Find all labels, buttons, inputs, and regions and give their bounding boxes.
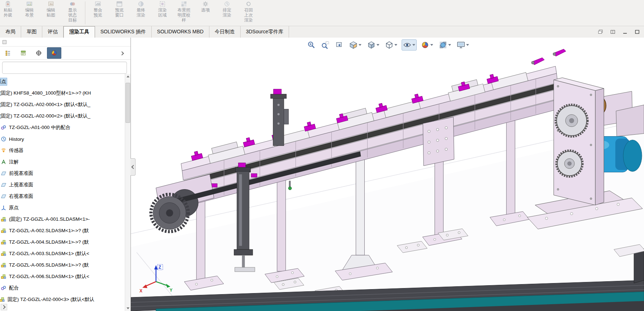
panel-grip-icon — [3, 40, 6, 44]
panel-tab-feature-manager[interactable] — [1, 47, 15, 59]
ribbon-button-label: 粘贴外观 — [4, 8, 12, 18]
assembly-icon — [1, 274, 6, 279]
ribbon-button-render-region[interactable]: 渲染区域 — [152, 0, 173, 26]
float-document-button[interactable] — [597, 28, 605, 35]
dropdown-arrow-icon[interactable] — [466, 44, 469, 46]
maximize-button[interactable] — [633, 28, 641, 35]
tab-evaluate[interactable]: 评估 — [42, 26, 63, 38]
tab-sketch[interactable]: 草图 — [21, 26, 42, 38]
tree-item[interactable]: (固定) KHFS8_4080_1000型材<1>->? (KH — [0, 87, 131, 99]
scroll-thumb[interactable] — [126, 83, 130, 123]
panel-splitter[interactable] — [131, 158, 136, 176]
tree-item[interactable]: (固定) TZ-GGZL-A02-000<1> (默认<默认_ — [0, 99, 131, 110]
dropdown-arrow-icon[interactable] — [394, 44, 397, 46]
ribbon-button-final-render[interactable]: 最终渲染 — [130, 0, 152, 26]
hide-show-items-icon — [403, 41, 411, 49]
panel-tab-configuration-manager[interactable] — [32, 47, 46, 59]
tree-item[interactable]: TZ-GGZL-A-003.SLDASM<1> (默认< — [0, 248, 131, 259]
tab-solidworks-addins[interactable]: SOLIDWORKS 插件 — [95, 26, 152, 38]
tab-today-manufacturing[interactable]: 今日制造 — [209, 26, 241, 38]
mates-icon — [1, 125, 6, 130]
feature-tree: 原点(固定) KHFS8_4080_1000型材<1>->? (KH(固定) T… — [0, 75, 131, 305]
tree-item[interactable]: (固定) TZ-GGZL-A-001.SLDASM<1>- — [0, 214, 131, 225]
ribbon-button-edit-scene[interactable]: 编辑布景 — [19, 0, 40, 26]
view-tool-apply-scene[interactable] — [437, 39, 453, 51]
tab-3dsource-parts[interactable]: 3DSource零件库 — [241, 26, 289, 38]
sensor-tip[interactable] — [288, 181, 292, 190]
tree-item[interactable]: 注解 — [0, 156, 131, 168]
tree-item[interactable]: (固定) TZ-GGZL-A02-000<2> (默认<默认_ — [0, 110, 131, 122]
tab-render-tools[interactable]: 渲染工具 — [63, 26, 95, 38]
ribbon-button-integrated-preview[interactable]: 整合预览 — [87, 0, 109, 26]
display-manager-icon — [51, 50, 57, 56]
ribbon-button-schedule-render[interactable]: 排定渲染 — [216, 0, 238, 26]
mounting-plate[interactable] — [423, 117, 454, 166]
view-tool-edit-appearance[interactable] — [420, 39, 435, 51]
dropdown-arrow-icon[interactable] — [430, 44, 433, 46]
ribbon-button-options[interactable]: 选项 — [195, 0, 216, 26]
ribbon-button-preview-window[interactable]: 预览窗口 — [109, 0, 130, 26]
view-tool-hide-show-items[interactable] — [402, 39, 417, 51]
history-icon — [1, 136, 6, 142]
orientation-triad: Z X Y — [139, 264, 173, 295]
ribbon-button-recall-last-render[interactable]: 召回上次渲染 — [238, 0, 259, 26]
panel-tab-property-manager[interactable] — [16, 47, 30, 59]
tree-hscroll-right-button[interactable] — [1, 304, 7, 310]
dropdown-arrow-icon[interactable] — [412, 44, 415, 46]
tree-filter-input[interactable] — [2, 62, 127, 74]
tree-item[interactable]: History — [0, 133, 131, 145]
tab-layout[interactable]: 布局 — [0, 26, 21, 38]
tree-item[interactable]: TZ-GGZL-A-002.SLDASM<1>->? (默 — [0, 225, 131, 236]
panel-expand-chevron[interactable] — [120, 48, 125, 58]
ribbon-button-display-state-target[interactable]: 显示状态目标 — [62, 0, 83, 26]
tree-item[interactable]: 固定) TZ-GGZL-A02-000<3> (默认<默认 — [0, 294, 131, 305]
mates-icon — [1, 285, 6, 291]
tree-item[interactable]: 传感器 — [0, 145, 131, 156]
tree-item-label: TZ-GGZL-A-004.SLDASM<1>->? (默 — [8, 239, 89, 246]
tree-item[interactable]: TZ-GGZL-A-005.SLDASM<1>->? (默 — [0, 259, 131, 271]
tree-item[interactable]: 原点 — [0, 202, 131, 214]
scroll-down-arrow-icon[interactable] — [125, 306, 131, 311]
window-controls — [597, 26, 644, 38]
options-icon — [202, 1, 209, 7]
ribbon-button-edit-decal[interactable]: 编辑贴图 — [40, 0, 62, 26]
panel-tab-display-manager[interactable] — [47, 47, 61, 59]
ribbon-button-paste-appearance[interactable]: 粘贴外观 — [0, 0, 19, 26]
restore-document-button[interactable] — [609, 28, 617, 35]
tab-solidworks-mbd[interactable]: SOLIDWORKS MBD — [152, 26, 209, 38]
vertical-actuator[interactable] — [234, 163, 255, 272]
tree-item[interactable]: 右视基准面 — [0, 191, 131, 202]
dropdown-arrow-icon[interactable] — [377, 44, 379, 46]
view-tool-section-view[interactable] — [348, 39, 363, 51]
view-tool-view-orientation[interactable] — [366, 39, 381, 51]
scroll-up-arrow-icon[interactable] — [125, 74, 131, 79]
tree-item[interactable]: TZ-GGZL-A-004.SLDASM<1>->? (默 — [0, 236, 131, 248]
view-tool-zoom-area[interactable] — [320, 39, 331, 51]
tree-item-label: TZ-GGZL-A-006.SLDASM<1> (默认< — [8, 273, 90, 280]
feature-manager-icon — [5, 50, 11, 56]
edit-decal-icon — [48, 1, 54, 7]
machine-model[interactable] — [131, 38, 644, 311]
ribbon-button-label: 布景照明度校样 — [177, 8, 190, 23]
tree-item-label: TZ-GGZL-A-005.SLDASM<1>->? (默 — [8, 262, 89, 269]
ribbon-button-scene-illumination-proof[interactable]: 布景照明度校样 — [173, 0, 195, 26]
dropdown-arrow-icon[interactable] — [359, 44, 361, 46]
view-tool-previous-view[interactable] — [334, 39, 345, 51]
tree-item[interactable]: 前视基准面 — [0, 168, 131, 179]
tree-item[interactable]: 配合 — [0, 282, 131, 294]
tree-item[interactable]: TZ-GGZL-A01-000 中的配合 — [0, 122, 131, 133]
graphics-viewport[interactable]: Z X Y — [131, 38, 644, 311]
tree-item[interactable]: 原点 — [0, 76, 131, 87]
minimize-button[interactable] — [621, 28, 629, 35]
dropdown-arrow-icon[interactable] — [448, 44, 451, 46]
view-tool-display-style[interactable] — [384, 39, 399, 51]
tree-item-label: (固定) TZ-GGZL-A02-000<2> (默认<默认_ — [0, 113, 91, 120]
view-tool-view-settings[interactable] — [455, 39, 470, 51]
tree-item-label: TZ-GGZL-A01-000 中的配合 — [8, 124, 71, 131]
ribbon-separator — [85, 1, 85, 24]
tree-item[interactable]: 上视基准面 — [0, 179, 131, 191]
tree-item-label: (固定) TZ-GGZL-A-001.SLDASM<1>- — [8, 216, 90, 223]
panel-scrollbar[interactable] — [125, 74, 131, 311]
view-tool-zoom-fit[interactable] — [306, 39, 317, 51]
tree-item[interactable]: TZ-GGZL-A-006.SLDASM<1> (默认< — [0, 271, 131, 282]
